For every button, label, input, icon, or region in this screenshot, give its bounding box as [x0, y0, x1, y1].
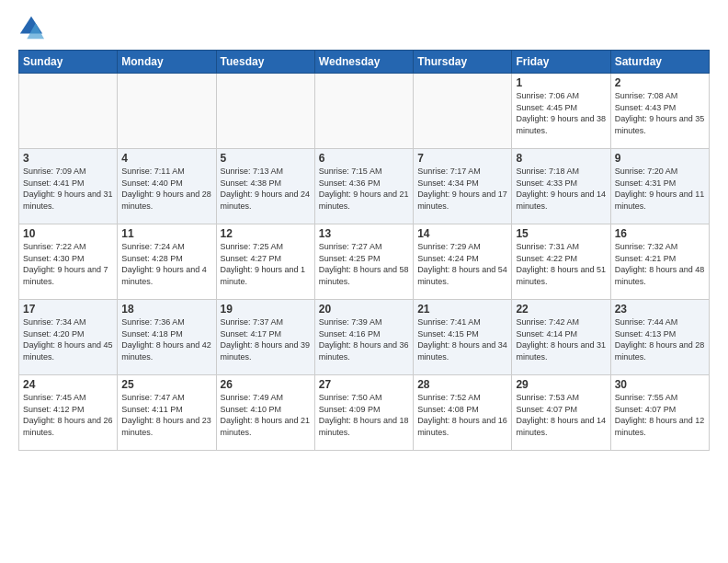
header — [18, 15, 710, 40]
day-info: Sunrise: 7:27 AM Sunset: 4:25 PM Dayligh… — [319, 241, 409, 287]
day-number: 25 — [121, 378, 211, 391]
day-number: 30 — [615, 378, 705, 391]
calendar-cell: 15Sunrise: 7:31 AM Sunset: 4:22 PM Dayli… — [512, 224, 610, 300]
calendar-cell: 13Sunrise: 7:27 AM Sunset: 4:25 PM Dayli… — [314, 224, 413, 300]
day-info: Sunrise: 7:09 AM Sunset: 4:41 PM Dayligh… — [23, 166, 113, 212]
weekday-header-tuesday: Tuesday — [216, 51, 314, 74]
day-info: Sunrise: 7:08 AM Sunset: 4:43 PM Dayligh… — [615, 90, 705, 136]
calendar-cell: 11Sunrise: 7:24 AM Sunset: 4:28 PM Dayli… — [118, 224, 216, 300]
calendar: SundayMondayTuesdayWednesdayThursdayFrid… — [18, 50, 710, 451]
day-number: 28 — [417, 378, 507, 391]
calendar-week-5: 24Sunrise: 7:45 AM Sunset: 4:12 PM Dayli… — [19, 375, 710, 451]
calendar-cell: 29Sunrise: 7:53 AM Sunset: 4:07 PM Dayli… — [512, 375, 610, 451]
calendar-cell: 20Sunrise: 7:39 AM Sunset: 4:16 PM Dayli… — [314, 300, 413, 375]
day-info: Sunrise: 7:55 AM Sunset: 4:07 PM Dayligh… — [615, 392, 705, 438]
calendar-cell: 28Sunrise: 7:52 AM Sunset: 4:08 PM Dayli… — [414, 375, 512, 451]
day-number: 29 — [516, 378, 606, 391]
calendar-cell: 25Sunrise: 7:47 AM Sunset: 4:11 PM Dayli… — [118, 375, 216, 451]
day-number: 17 — [23, 303, 113, 316]
day-info: Sunrise: 7:15 AM Sunset: 4:36 PM Dayligh… — [319, 166, 409, 212]
weekday-header-friday: Friday — [512, 51, 610, 74]
page: SundayMondayTuesdayWednesdayThursdayFrid… — [0, 0, 728, 563]
day-info: Sunrise: 7:11 AM Sunset: 4:40 PM Dayligh… — [121, 166, 211, 212]
day-number: 12 — [221, 227, 311, 240]
calendar-cell: 18Sunrise: 7:36 AM Sunset: 4:18 PM Dayli… — [118, 300, 216, 375]
calendar-cell: 17Sunrise: 7:34 AM Sunset: 4:20 PM Dayli… — [19, 300, 118, 375]
day-info: Sunrise: 7:47 AM Sunset: 4:11 PM Dayligh… — [121, 392, 211, 438]
weekday-header-sunday: Sunday — [19, 51, 118, 74]
day-number: 23 — [615, 303, 705, 316]
day-number: 8 — [516, 152, 606, 165]
day-number: 21 — [417, 303, 507, 316]
calendar-cell: 1Sunrise: 7:06 AM Sunset: 4:45 PM Daylig… — [512, 74, 610, 149]
calendar-cell — [414, 74, 512, 149]
weekday-header-wednesday: Wednesday — [314, 51, 413, 74]
weekday-header-monday: Monday — [118, 51, 216, 74]
day-number: 27 — [319, 378, 409, 391]
day-number: 13 — [319, 227, 409, 240]
calendar-cell: 9Sunrise: 7:20 AM Sunset: 4:31 PM Daylig… — [610, 149, 709, 224]
calendar-cell — [118, 74, 216, 149]
weekday-header-thursday: Thursday — [414, 51, 512, 74]
day-info: Sunrise: 7:39 AM Sunset: 4:16 PM Dayligh… — [319, 316, 409, 362]
day-number: 2 — [615, 76, 705, 89]
calendar-cell: 14Sunrise: 7:29 AM Sunset: 4:24 PM Dayli… — [414, 224, 512, 300]
calendar-cell: 10Sunrise: 7:22 AM Sunset: 4:30 PM Dayli… — [19, 224, 118, 300]
calendar-cell: 7Sunrise: 7:17 AM Sunset: 4:34 PM Daylig… — [414, 149, 512, 224]
day-info: Sunrise: 7:41 AM Sunset: 4:15 PM Dayligh… — [417, 316, 507, 362]
day-info: Sunrise: 7:50 AM Sunset: 4:09 PM Dayligh… — [319, 392, 409, 438]
day-info: Sunrise: 7:18 AM Sunset: 4:33 PM Dayligh… — [516, 166, 606, 212]
logo-icon — [18, 15, 44, 40]
calendar-cell: 21Sunrise: 7:41 AM Sunset: 4:15 PM Dayli… — [414, 300, 512, 375]
calendar-cell: 8Sunrise: 7:18 AM Sunset: 4:33 PM Daylig… — [512, 149, 610, 224]
day-number: 3 — [23, 152, 113, 165]
calendar-cell — [216, 74, 314, 149]
calendar-week-2: 3Sunrise: 7:09 AM Sunset: 4:41 PM Daylig… — [19, 149, 710, 224]
calendar-cell: 16Sunrise: 7:32 AM Sunset: 4:21 PM Dayli… — [610, 224, 709, 300]
day-number: 6 — [319, 152, 409, 165]
day-number: 26 — [221, 378, 311, 391]
day-info: Sunrise: 7:31 AM Sunset: 4:22 PM Dayligh… — [516, 241, 606, 287]
day-number: 7 — [417, 152, 507, 165]
calendar-cell: 23Sunrise: 7:44 AM Sunset: 4:13 PM Dayli… — [610, 300, 709, 375]
calendar-cell: 5Sunrise: 7:13 AM Sunset: 4:38 PM Daylig… — [216, 149, 314, 224]
calendar-cell: 26Sunrise: 7:49 AM Sunset: 4:10 PM Dayli… — [216, 375, 314, 451]
day-info: Sunrise: 7:29 AM Sunset: 4:24 PM Dayligh… — [417, 241, 507, 287]
calendar-header-row: SundayMondayTuesdayWednesdayThursdayFrid… — [19, 51, 710, 74]
calendar-cell: 19Sunrise: 7:37 AM Sunset: 4:17 PM Dayli… — [216, 300, 314, 375]
day-number: 22 — [516, 303, 606, 316]
calendar-cell: 27Sunrise: 7:50 AM Sunset: 4:09 PM Dayli… — [314, 375, 413, 451]
day-info: Sunrise: 7:36 AM Sunset: 4:18 PM Dayligh… — [121, 316, 211, 362]
day-info: Sunrise: 7:32 AM Sunset: 4:21 PM Dayligh… — [615, 241, 705, 287]
day-number: 19 — [221, 303, 311, 316]
day-number: 16 — [615, 227, 705, 240]
logo — [18, 15, 48, 40]
day-number: 18 — [121, 303, 211, 316]
day-info: Sunrise: 7:22 AM Sunset: 4:30 PM Dayligh… — [23, 241, 113, 287]
calendar-cell: 3Sunrise: 7:09 AM Sunset: 4:41 PM Daylig… — [19, 149, 118, 224]
day-info: Sunrise: 7:25 AM Sunset: 4:27 PM Dayligh… — [221, 241, 311, 287]
day-number: 1 — [516, 76, 606, 89]
calendar-cell — [19, 74, 118, 149]
day-info: Sunrise: 7:42 AM Sunset: 4:14 PM Dayligh… — [516, 316, 606, 362]
calendar-cell: 6Sunrise: 7:15 AM Sunset: 4:36 PM Daylig… — [314, 149, 413, 224]
calendar-cell: 12Sunrise: 7:25 AM Sunset: 4:27 PM Dayli… — [216, 224, 314, 300]
day-number: 9 — [615, 152, 705, 165]
day-number: 10 — [23, 227, 113, 240]
calendar-cell: 22Sunrise: 7:42 AM Sunset: 4:14 PM Dayli… — [512, 300, 610, 375]
day-info: Sunrise: 7:45 AM Sunset: 4:12 PM Dayligh… — [23, 392, 113, 438]
day-info: Sunrise: 7:17 AM Sunset: 4:34 PM Dayligh… — [417, 166, 507, 212]
calendar-week-3: 10Sunrise: 7:22 AM Sunset: 4:30 PM Dayli… — [19, 224, 710, 300]
day-info: Sunrise: 7:24 AM Sunset: 4:28 PM Dayligh… — [121, 241, 211, 287]
day-number: 20 — [319, 303, 409, 316]
day-info: Sunrise: 7:53 AM Sunset: 4:07 PM Dayligh… — [516, 392, 606, 438]
calendar-week-1: 1Sunrise: 7:06 AM Sunset: 4:45 PM Daylig… — [19, 74, 710, 149]
day-number: 14 — [417, 227, 507, 240]
calendar-cell: 4Sunrise: 7:11 AM Sunset: 4:40 PM Daylig… — [118, 149, 216, 224]
day-number: 4 — [121, 152, 211, 165]
day-number: 5 — [221, 152, 311, 165]
day-info: Sunrise: 7:13 AM Sunset: 4:38 PM Dayligh… — [221, 166, 311, 212]
day-number: 15 — [516, 227, 606, 240]
day-info: Sunrise: 7:52 AM Sunset: 4:08 PM Dayligh… — [417, 392, 507, 438]
day-number: 24 — [23, 378, 113, 391]
